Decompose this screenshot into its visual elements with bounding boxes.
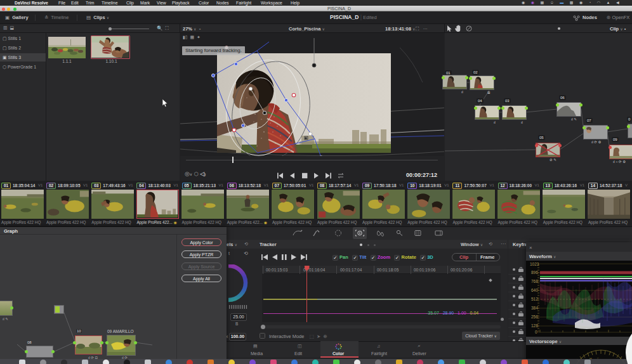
svg-text:384: 384 — [531, 306, 538, 310]
svg-text:896: 896 — [531, 270, 538, 275]
svg-text:640: 640 — [531, 288, 538, 292]
svg-text:0: 0 — [535, 330, 537, 334]
svg-text:512: 512 — [531, 297, 538, 301]
svg-text:128: 128 — [531, 323, 538, 328]
svg-text:1023: 1023 — [530, 262, 539, 266]
svg-text:768: 768 — [531, 279, 538, 283]
svg-text:256: 256 — [531, 315, 538, 319]
